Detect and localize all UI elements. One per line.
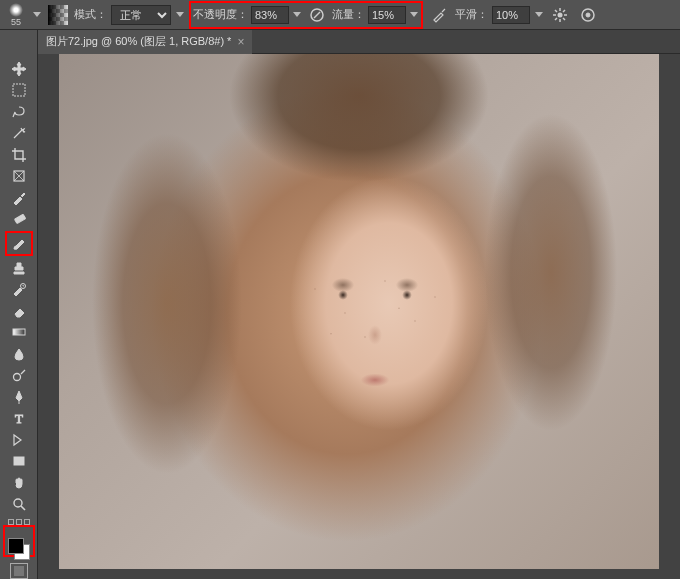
opacity-flow-group: 不透明度： 流量： [189, 1, 423, 29]
brush-preset-picker[interactable]: 55 [4, 3, 28, 27]
brush-preview-icon [9, 3, 23, 17]
svg-point-3 [586, 13, 590, 17]
smoothing-options-icon[interactable] [548, 3, 572, 27]
path-tool[interactable] [8, 430, 30, 449]
options-bar: 55 模式： 正常 不透明度： 流量： 平滑： [0, 0, 680, 30]
opacity-input[interactable] [251, 6, 289, 24]
stamp-tool[interactable] [8, 258, 30, 277]
type-tool[interactable]: T [8, 409, 30, 428]
hand-tool[interactable] [8, 473, 30, 492]
color-swatch-highlight [3, 525, 35, 557]
brush-preset-chevron[interactable] [32, 3, 42, 27]
image-content [275, 241, 475, 401]
svg-rect-11 [14, 457, 24, 465]
brush-panel-toggle[interactable] [46, 3, 70, 27]
pen-tool[interactable] [8, 387, 30, 406]
frame-tool[interactable] [8, 166, 30, 185]
heal-tool[interactable] [8, 209, 30, 228]
document-tab-title: 图片72.jpg @ 60% (图层 1, RGB/8#) * [46, 34, 231, 49]
toolbox: T [0, 30, 38, 579]
dodge-tool[interactable] [8, 366, 30, 385]
pressure-size-icon[interactable] [576, 3, 600, 27]
airbrush-icon[interactable] [427, 3, 451, 27]
color-swatch[interactable] [6, 536, 32, 562]
flow-label: 流量： [332, 7, 365, 22]
pressure-opacity-icon[interactable] [305, 3, 329, 27]
opacity-label: 不透明度： [193, 7, 248, 22]
svg-text:T: T [15, 411, 23, 425]
smoothing-input[interactable] [492, 6, 530, 24]
wand-tool[interactable] [8, 123, 30, 142]
checker-icon [48, 5, 68, 25]
smoothing-chevron[interactable] [534, 3, 544, 27]
blend-mode-select[interactable]: 正常 [111, 5, 171, 25]
quick-mask-toggle[interactable] [10, 563, 28, 579]
status-bar [38, 569, 680, 579]
foreground-color[interactable] [8, 538, 24, 554]
crop-tool[interactable] [8, 145, 30, 164]
shape-tool[interactable] [8, 451, 30, 470]
document-tab[interactable]: 图片72.jpg @ 60% (图层 1, RGB/8#) * × [38, 30, 252, 54]
smoothing-label: 平滑： [455, 7, 488, 22]
blur-tool[interactable] [8, 344, 30, 363]
move-tool[interactable] [8, 59, 30, 78]
blend-mode-label: 模式： [74, 7, 107, 22]
lasso-tool[interactable] [8, 102, 30, 121]
svg-rect-4 [13, 84, 25, 96]
brush-tool[interactable] [5, 231, 33, 256]
mode-chevron[interactable] [175, 3, 185, 27]
svg-point-1 [558, 12, 563, 17]
opacity-chevron[interactable] [292, 3, 302, 27]
flow-chevron[interactable] [409, 3, 419, 27]
zoom-tool[interactable] [8, 494, 30, 513]
svg-point-12 [14, 499, 22, 507]
flow-input[interactable] [368, 6, 406, 24]
marquee-tool[interactable] [8, 80, 30, 99]
document-tab-bar: 图片72.jpg @ 60% (图层 1, RGB/8#) * × [38, 30, 680, 54]
svg-rect-6 [14, 214, 25, 223]
svg-point-9 [13, 374, 20, 381]
history-brush-tool[interactable] [8, 280, 30, 299]
brush-size-label: 55 [11, 17, 21, 27]
gradient-tool[interactable] [8, 323, 30, 342]
eyedropper-tool[interactable] [8, 188, 30, 207]
eraser-tool[interactable] [8, 301, 30, 320]
close-icon[interactable]: × [237, 35, 244, 49]
canvas-area [38, 54, 680, 569]
svg-rect-8 [13, 329, 25, 335]
document-canvas[interactable] [59, 54, 659, 574]
